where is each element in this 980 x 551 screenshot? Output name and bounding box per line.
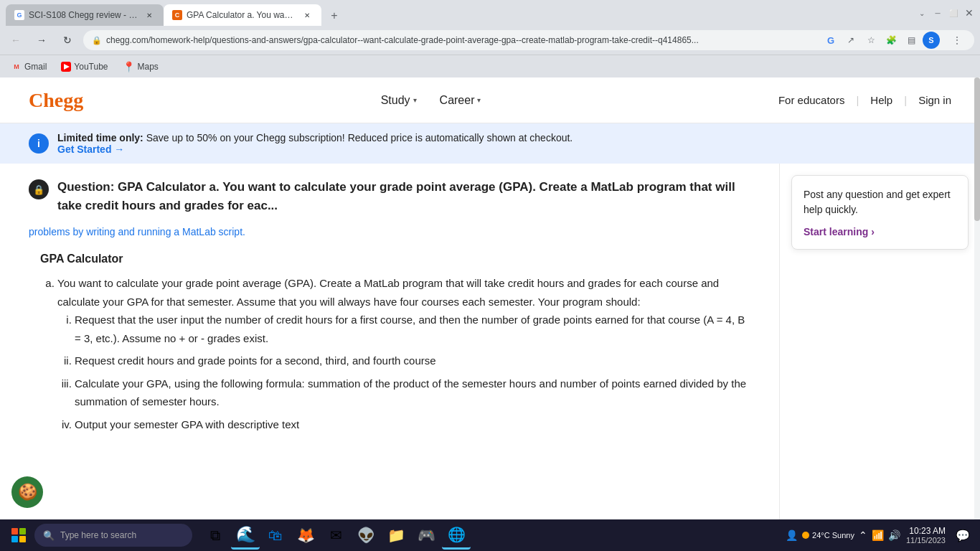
- question-item-iii: Calculate your GPA, using the following …: [75, 375, 750, 411]
- minimize-button[interactable]: ─: [933, 8, 943, 18]
- window-controls: ⌄ ─ ⬜ ✕: [917, 8, 974, 18]
- scrollbar-thumb[interactable]: [974, 77, 980, 221]
- nav-for-educators[interactable]: For educators: [778, 94, 845, 106]
- nav-sign-in[interactable]: Sign in: [918, 94, 951, 106]
- study-chevron-icon: ▾: [413, 96, 417, 104]
- banner-bold-text: Limited time only:: [57, 132, 143, 143]
- g-icon[interactable]: G: [822, 32, 839, 49]
- cookie-preferences-button[interactable]: 🍪: [11, 476, 43, 508]
- taskbar-edge-button[interactable]: 🌊: [231, 521, 260, 550]
- tab-2[interactable]: C GPA Calculator a. You want to ca... ✕: [164, 4, 321, 26]
- address-bar-row: ← → ↻ 🔒 chegg.com/homework-help/question…: [0, 26, 980, 55]
- taskbar-mail-button[interactable]: ✉: [321, 521, 350, 550]
- lock-icon: 🔒: [92, 36, 102, 45]
- weather-info[interactable]: 24°C Sunny: [802, 531, 854, 540]
- notification-button[interactable]: 💬: [951, 524, 974, 547]
- question-item-iv: Output your semester GPA with descriptiv…: [75, 415, 750, 434]
- taskbar-store-button[interactable]: 🛍: [261, 521, 290, 550]
- banner-content: Limited time only: Save up to 50% on you…: [57, 132, 573, 155]
- taskbar-right: 👤 24°C Sunny ⌃ 📶 🔊 10:23 AM 11/15/2023 💬: [786, 524, 974, 547]
- nav-study-label: Study: [381, 94, 410, 107]
- bookmark-maps-label: Maps: [138, 62, 159, 72]
- expert-card: Post any question and get expert help qu…: [791, 175, 969, 250]
- question-list-alpha: You want to calculate your grade point a…: [40, 274, 750, 433]
- tab2-close-button[interactable]: ✕: [301, 9, 313, 21]
- tab2-favicon: C: [172, 10, 182, 20]
- clock-date: 11/15/2023: [906, 536, 946, 545]
- start-button[interactable]: [6, 522, 32, 548]
- banner-arrow-icon: →: [114, 143, 124, 155]
- start-learning-link[interactable]: Start learning ›: [804, 226, 956, 237]
- tab2-title: GPA Calculator a. You want to ca...: [187, 10, 297, 20]
- close-button[interactable]: ✕: [964, 8, 974, 18]
- bookmark-star-icon[interactable]: ☆: [862, 32, 880, 49]
- address-actions: G ↗ ☆ 🧩 ▤ S ⋮: [822, 32, 966, 49]
- chegg-nav-right: For educators | Help | Sign in: [778, 94, 951, 106]
- more-options-button[interactable]: ⋮: [948, 32, 966, 49]
- bookmark-youtube[interactable]: YouTube: [55, 59, 113, 75]
- taskbar-search[interactable]: 🔍 Type here to search: [34, 524, 192, 547]
- nav-study[interactable]: Study ▾: [381, 94, 417, 107]
- maximize-button[interactable]: ⬜: [948, 8, 958, 18]
- taskbar-chrome-button[interactable]: 🌐: [442, 521, 471, 550]
- sub-link[interactable]: problems by writing and running a MatLab…: [29, 226, 750, 237]
- windows-logo-icon: [11, 528, 26, 542]
- info-icon: i: [29, 133, 49, 154]
- tab-1[interactable]: G SCI-S108 Chegg review - Googl... ✕: [6, 4, 164, 26]
- sidebar-icon[interactable]: ▤: [903, 32, 920, 49]
- time-block[interactable]: 10:23 AM 11/15/2023: [906, 526, 946, 545]
- banner-text: Limited time only: Save up to 50% on you…: [57, 132, 573, 143]
- question-item-ii: Request credit hours and grade points fo…: [75, 352, 750, 370]
- question-list-roman: Request that the user input the number o…: [57, 311, 750, 433]
- question-item-a: You want to calculate your grade point a…: [57, 274, 750, 433]
- main-area: 🔒 Question: GPA Calculator a. You want t…: [0, 164, 980, 519]
- extension-icon[interactable]: 🧩: [882, 32, 900, 49]
- forward-button[interactable]: →: [32, 30, 52, 50]
- refresh-button[interactable]: ↻: [57, 30, 77, 50]
- people-icon[interactable]: 👤: [786, 529, 798, 541]
- back-button[interactable]: ←: [6, 30, 26, 50]
- nav-career-label: Career: [440, 94, 475, 107]
- question-item-i: Request that the user input the number o…: [75, 311, 750, 347]
- tab1-title: SCI-S108 Chegg review - Googl...: [29, 10, 139, 20]
- nav-help[interactable]: Help: [870, 94, 892, 106]
- bookmark-maps[interactable]: 📍 Maps: [117, 58, 164, 75]
- taskbar-apps: ⧉ 🌊 🛍 🦊 ✉ 👽 📁 🎮 🌐: [201, 521, 471, 550]
- question-content: GPA Calculator You want to calculate you…: [29, 249, 750, 433]
- title-bar: G SCI-S108 Chegg review - Googl... ✕ C G…: [0, 0, 980, 26]
- bookmark-youtube-label: YouTube: [74, 62, 108, 72]
- taskbar-purple-button[interactable]: 🎮: [412, 521, 440, 550]
- gpa-heading: GPA Calculator: [40, 249, 750, 268]
- new-tab-button[interactable]: +: [324, 6, 344, 26]
- bookmark-gmail[interactable]: M Gmail: [6, 59, 52, 75]
- chegg-nav: Study ▾ Career ▾: [381, 94, 481, 107]
- chegg-logo[interactable]: Chegg: [29, 89, 83, 112]
- sidebar-panel: Post any question and get expert help qu…: [779, 164, 980, 519]
- bookmark-gmail-label: Gmail: [24, 62, 47, 72]
- taskbar-folder-button[interactable]: 📁: [382, 521, 410, 550]
- content-area: 🔒 Question: GPA Calculator a. You want t…: [0, 164, 779, 519]
- expand-icon[interactable]: ⌃: [859, 529, 867, 541]
- network-icon[interactable]: 📶: [872, 529, 884, 541]
- address-text: chegg.com/homework-help/questions-and-an…: [106, 35, 818, 45]
- question-lock-icon: 🔒: [29, 179, 49, 199]
- banner-regular-text: Save up to 50% on your Chegg subscriptio…: [146, 132, 573, 143]
- tabs-area: G SCI-S108 Chegg review - Googl... ✕ C G…: [6, 0, 917, 26]
- taskbar-firefox-button[interactable]: 🦊: [291, 521, 320, 550]
- weather-text: 24°C Sunny: [812, 531, 854, 540]
- tab1-close-button[interactable]: ✕: [143, 9, 155, 21]
- nav-career[interactable]: Career ▾: [440, 94, 481, 107]
- volume-icon[interactable]: 🔊: [888, 529, 900, 541]
- start-learning-label: Start learning: [804, 226, 868, 237]
- chevron-down-button[interactable]: ⌄: [917, 8, 927, 18]
- address-bar[interactable]: 🔒 chegg.com/homework-help/questions-and-…: [83, 30, 974, 50]
- profile-icon[interactable]: S: [923, 32, 940, 49]
- share-icon[interactable]: ↗: [842, 32, 859, 49]
- question-header: 🔒 Question: GPA Calculator a. You want t…: [29, 178, 750, 215]
- page-scrollbar[interactable]: [974, 77, 980, 519]
- tab1-favicon: G: [14, 10, 24, 20]
- taskbar-view-button[interactable]: ⧉: [201, 521, 230, 550]
- banner-get-started-link[interactable]: Get Started →: [57, 143, 124, 155]
- taskbar-reddit-button[interactable]: 👽: [352, 521, 380, 550]
- page-content: Chegg Study ▾ Career ▾ For educators | H…: [0, 77, 980, 519]
